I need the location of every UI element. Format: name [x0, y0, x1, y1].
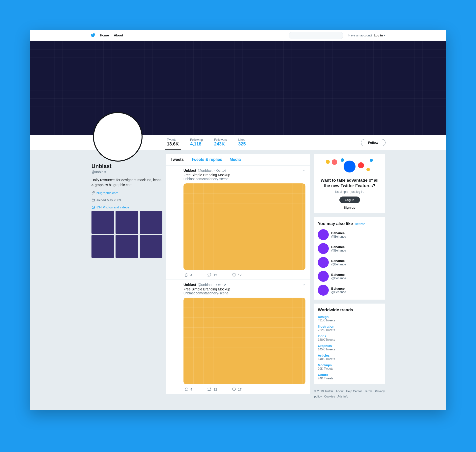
tweet[interactable]: Unblast @unblast · Oct 12 Free Simple Br…	[166, 280, 310, 394]
trend-row[interactable]: Graphics 145K Tweets	[318, 344, 381, 351]
suggestion-row[interactable]: Behance @Behance	[318, 243, 381, 254]
media-grid	[91, 211, 162, 258]
trend-name: Icons	[318, 334, 381, 338]
footer-link[interactable]: Ads info	[337, 395, 348, 398]
reply-button[interactable]: 4	[184, 273, 192, 277]
suggestion-row[interactable]: Behance @Behance	[318, 271, 381, 282]
tweet-handle[interactable]: @unblast	[198, 283, 212, 287]
tweet-menu-icon[interactable]	[302, 283, 305, 286]
stat-likes[interactable]: Likes 325	[236, 135, 248, 150]
suggestion-handle: @Behance	[331, 249, 346, 252]
twitter-bird-icon[interactable]	[90, 33, 95, 37]
footer-link[interactable]: About	[336, 390, 343, 393]
tweet-image[interactable]	[183, 183, 305, 270]
profile-media-link[interactable]: 834 Photos and videos	[91, 205, 162, 209]
suggestion-row[interactable]: Behance @Behance	[318, 285, 381, 296]
timeline-tabs: Tweets Tweets & replies Media	[166, 154, 310, 166]
trend-count: 74K Tweets	[318, 377, 381, 380]
retweet-button[interactable]: 12	[207, 387, 217, 391]
trend-row[interactable]: Illustration 222K Tweets	[318, 325, 381, 332]
media-thumbnail[interactable]	[91, 211, 114, 234]
tweet-date[interactable]: Oct 12	[216, 283, 226, 287]
image-icon	[91, 205, 95, 209]
suggestion-handle: @Behance	[331, 235, 346, 238]
signup-button[interactable]: Sign up	[344, 206, 356, 209]
suggestions-refresh[interactable]: Refresh	[355, 222, 365, 226]
retweet-button[interactable]: 12	[207, 273, 217, 277]
trend-row[interactable]: Mockups 99K Tweets	[318, 363, 381, 370]
suggestion-avatar[interactable]	[318, 271, 329, 282]
stat-following[interactable]: Following 4,118	[188, 135, 205, 150]
trend-name: Design	[318, 315, 381, 319]
suggestion-avatar[interactable]	[318, 285, 329, 296]
tweet-image[interactable]	[183, 298, 305, 384]
nav-about-link[interactable]: About	[114, 33, 123, 37]
tweet-date[interactable]: Oct 14	[216, 169, 226, 172]
suggestion-avatar[interactable]	[318, 243, 329, 254]
trend-row[interactable]: Colors 74K Tweets	[318, 373, 381, 380]
tab-tweets-replies[interactable]: Tweets & replies	[191, 157, 222, 162]
stat-label: Tweets	[167, 138, 179, 141]
nav-home-link[interactable]: Home	[100, 33, 109, 37]
account-prompt-text: Have an account?	[348, 34, 372, 37]
timeline: Tweets Tweets & replies Media Unblast @u…	[166, 154, 310, 394]
like-button[interactable]: 17	[232, 387, 241, 391]
tweet-link[interactable]: unblast.com/stationery-scene..	[183, 291, 305, 295]
suggestion-row[interactable]: Behance @Behance	[318, 257, 381, 268]
trend-row[interactable]: Articles 140K Tweets	[318, 354, 381, 361]
tweet-handle[interactable]: @unblast	[198, 169, 212, 172]
suggestion-avatar[interactable]	[318, 257, 329, 268]
like-button[interactable]: 17	[232, 273, 241, 277]
profile-media-text: 834 Photos and videos	[96, 205, 129, 209]
tweet-link[interactable]: unblast.com/stationery-scene..	[183, 177, 305, 181]
signup-prompt-panel: Want to take advantage of all the new Tw…	[314, 154, 386, 214]
profile-joined: Joined May 2009	[91, 198, 162, 202]
tweet[interactable]: Unblast @unblast · Oct 14 Free Simple Br…	[166, 166, 310, 280]
login-button[interactable]: Log in	[339, 197, 360, 203]
suggestion-avatar[interactable]	[318, 229, 329, 240]
stat-followers[interactable]: Followers 243K	[212, 135, 229, 150]
footer-link[interactable]: Cookies	[324, 395, 335, 398]
media-thumbnail[interactable]	[140, 235, 162, 258]
suggestion-row[interactable]: Behance @Behance	[318, 229, 381, 240]
calendar-icon	[91, 198, 95, 202]
trend-row[interactable]: Icons 188K Tweets	[318, 334, 381, 341]
profile-website[interactable]: blugraphic.com	[91, 191, 162, 195]
trend-count: 145K Tweets	[318, 348, 381, 351]
search-input[interactable]	[289, 32, 343, 39]
trend-name: Illustration	[318, 325, 381, 328]
chevron-down-icon	[384, 35, 386, 36]
trend-row[interactable]: Design 431K Tweets	[318, 315, 381, 322]
trend-count: 188K Tweets	[318, 338, 381, 341]
stat-value: 13.6K	[167, 141, 179, 147]
tweet-author[interactable]: Unblast	[183, 283, 196, 287]
media-thumbnail[interactable]	[116, 235, 138, 258]
suggestion-name: Behance	[331, 287, 346, 290]
media-thumbnail[interactable]	[116, 211, 138, 234]
footer-link[interactable]: Help Center	[346, 390, 362, 393]
media-thumbnail[interactable]	[140, 211, 162, 234]
tweet-text: Free Simple Branding Mockup	[183, 287, 305, 291]
trend-name: Articles	[318, 354, 381, 357]
trend-count: 140K Tweets	[318, 357, 381, 361]
reply-button[interactable]: 4	[184, 387, 192, 391]
login-link[interactable]: Log in	[374, 34, 386, 37]
stat-tweets[interactable]: Tweets 13.6K	[165, 135, 181, 150]
profile-stats-bar: Tweets 13.6K Following 4,118 Followers 2…	[30, 135, 446, 150]
tweet-menu-icon[interactable]	[302, 169, 305, 172]
profile-bio: Daily resources for designers mockups, i…	[91, 177, 162, 188]
tab-tweets[interactable]: Tweets	[171, 157, 184, 162]
suggestions-header: You may also like Refresh	[318, 221, 381, 226]
tweet-author[interactable]: Unblast	[183, 169, 196, 172]
follow-button[interactable]: Follow	[361, 139, 386, 146]
tab-media[interactable]: Media	[230, 157, 241, 162]
avatar[interactable]	[93, 112, 143, 162]
suggestion-name: Behance	[331, 259, 346, 263]
footer-link[interactable]: Terms	[364, 390, 373, 393]
link-icon	[91, 191, 95, 195]
signup-subtitle: It's simple - just log in.	[318, 190, 381, 194]
media-thumbnail[interactable]	[91, 235, 114, 258]
stat-value: 243K	[214, 141, 227, 147]
suggestion-handle: @Behance	[331, 290, 346, 294]
trend-count: 99K Tweets	[318, 367, 381, 370]
